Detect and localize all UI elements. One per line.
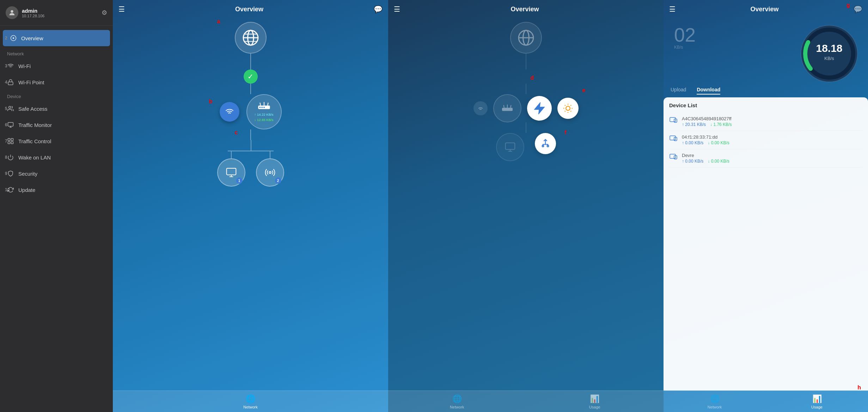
nav-usage-label-2: Usage — [589, 405, 600, 409]
nav-network-icon: 🌐 — [246, 394, 255, 404]
overview-label: Overview — [21, 35, 43, 41]
device-name-2: 04:f1:28:33:71:dd — [682, 134, 862, 140]
panel-3-menu-icon[interactable]: ☰ — [669, 5, 676, 13]
sidebar-nav: 2 Overview Network 3 Wi-Fi 4 — [0, 26, 113, 412]
tab-upload[interactable]: Upload — [671, 87, 686, 95]
nav-network-label: Network — [243, 405, 257, 409]
branch-container: c 1 — [217, 140, 284, 187]
svg-rect-4 — [8, 82, 13, 85]
device-2-speed-up: ↑ 0.00 KB/s — [682, 140, 703, 145]
panel-3: ☰ Overview g 💬 02 KB/s — [664, 0, 868, 412]
line-2-globe — [526, 54, 526, 69]
update-label: Update — [18, 187, 35, 193]
sidebar-item-wake-on-lan[interactable]: Wake on LAN — [0, 149, 113, 165]
security-label: Security — [18, 171, 37, 177]
device-wireless[interactable]: 2 — [256, 158, 284, 187]
device-2-col: 2 — [256, 151, 284, 187]
nav-network-icon-3: 🌐 — [710, 394, 720, 404]
device-info-3: Devre ↑ 0.00 KB/s ↓ 0.00 KB/s — [682, 153, 862, 164]
sun-node[interactable] — [557, 98, 579, 119]
panel-1-nav-network[interactable]: 🌐 Network — [113, 391, 388, 412]
wifi-point-icon — [7, 79, 14, 86]
svg-rect-11 — [8, 142, 10, 144]
svg-text:18.18: 18.18 — [816, 42, 842, 54]
usb-node[interactable] — [535, 133, 556, 154]
num-2: 2 — [5, 36, 7, 41]
middle-special-row: d e — [473, 94, 579, 122]
wifi-point-label: Wi-Fi Point — [18, 79, 44, 85]
usb-node-wrap: f — [535, 133, 556, 161]
panel-3-chat-icon[interactable]: 💬 — [854, 5, 862, 13]
line-router-to-branch — [250, 129, 251, 140]
panel-1-chat-icon[interactable]: 💬 — [374, 5, 383, 13]
panel-2-nav-network[interactable]: 🌐 Network — [388, 391, 526, 412]
device-icon-2 — [669, 135, 678, 145]
device-speeds-3: ↑ 0.00 KB/s ↓ 0.00 KB/s — [682, 159, 862, 164]
panel-3-icons: g 💬 — [854, 5, 862, 13]
device-icon-3 — [669, 153, 678, 164]
settings-icon[interactable]: ⚙ — [102, 9, 107, 17]
safe-access-label: Safe Access — [18, 106, 48, 112]
wifi-dim — [473, 101, 488, 115]
sidebar-item-safe-access[interactable]: Safe Access — [0, 101, 113, 117]
wifi-button[interactable] — [220, 102, 239, 122]
line-check-to-router — [250, 84, 251, 94]
panel-2-nav-usage[interactable]: 📊 Usage — [526, 391, 664, 412]
sidebar-item-security[interactable]: Security — [0, 165, 113, 182]
svg-line-38 — [511, 105, 511, 108]
svg-point-5 — [9, 106, 11, 108]
nav-network-label-3: Network — [708, 405, 722, 409]
sidebar-item-wifi[interactable]: Wi-Fi — [0, 58, 113, 74]
router-row: b ↑ 14.22 KB/s ↓ 12.65 KB/s — [220, 94, 282, 129]
devices-row: 1 2 — [217, 151, 284, 187]
svg-point-2 — [13, 37, 14, 39]
device-lan[interactable]: 1 — [217, 158, 245, 187]
panel-3-nav-network[interactable]: 🌐 Network — [664, 391, 766, 412]
svg-line-47 — [570, 105, 571, 106]
panel-2-body: d e — [388, 18, 664, 390]
svg-rect-9 — [8, 139, 10, 141]
section-device: Device — [0, 90, 113, 101]
nav-network-icon-2: 🌐 — [452, 394, 462, 404]
device-1-col: 1 — [217, 151, 245, 187]
tab-download[interactable]: Download — [697, 87, 720, 95]
power-node[interactable] — [527, 96, 552, 121]
panel-2-header: ☰ Overview — [388, 0, 664, 18]
tab-row: Upload Download — [664, 85, 868, 97]
svg-line-36 — [503, 105, 504, 108]
annotation-e: e — [582, 87, 586, 93]
sidebar-item-overview[interactable]: Overview — [3, 30, 110, 46]
nav-usage-icon-2: 📊 — [590, 394, 599, 404]
globe-circle — [235, 22, 267, 54]
gauge-svg: 18.18 KB/s — [797, 22, 861, 85]
device-2-line — [270, 151, 270, 158]
annotation-g: g — [846, 2, 850, 8]
wake-on-lan-icon — [7, 154, 14, 161]
device-2-speed-down: ↓ 0.00 KB/s — [708, 140, 729, 145]
panel-2-menu-icon[interactable]: ☰ — [394, 5, 400, 13]
panel-1-body: 1 a ✓ — [113, 18, 388, 390]
annotation-f: f — [564, 129, 566, 136]
panel-1: ☰ Overview 💬 1 a ✓ — [113, 0, 388, 412]
svg-point-0 — [11, 10, 13, 13]
sidebar-item-traffic-monitor[interactable]: Traffic Monitor — [0, 117, 113, 133]
device-1-speed-up: ↑ 20.31 KB/s — [682, 122, 706, 127]
svg-line-23 — [268, 103, 268, 105]
sidebar-item-traffic-control[interactable]: Traffic Control — [0, 133, 113, 149]
device-speeds-1: ↑ 20.31 KB/s ↓ 1.76 KB/s — [682, 122, 862, 127]
update-icon — [7, 186, 14, 193]
sidebar-item-wifi-point[interactable]: Wi-Fi Point — [0, 74, 113, 90]
panel-3-nav-usage[interactable]: 📊 Usage — [766, 391, 868, 412]
sidebar-item-update[interactable]: Update — [0, 182, 113, 198]
traffic-monitor-label: Traffic Monitor — [18, 122, 52, 128]
panel-2-title: Overview — [400, 6, 649, 13]
device-row-3: Devre ↑ 0.00 KB/s ↓ 0.00 KB/s — [669, 149, 862, 168]
panel-1-title: Overview — [125, 6, 374, 13]
line-2-devices — [526, 122, 526, 133]
devices-dim-row: f — [496, 133, 556, 161]
svg-line-46 — [564, 111, 565, 111]
device-name-1: A4C306454894918027ff — [682, 116, 862, 121]
device-list-title: Device List — [669, 102, 862, 108]
device-3-speed-down: ↓ 0.00 KB/s — [708, 159, 729, 164]
panel-1-menu-icon[interactable]: ☰ — [118, 5, 125, 13]
